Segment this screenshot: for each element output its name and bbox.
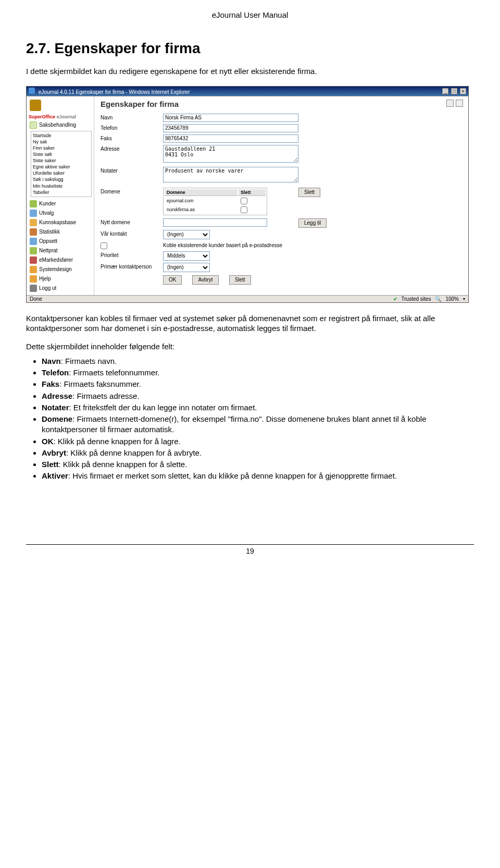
sidebar-sub-item[interactable]: Egne aktive saker: [33, 164, 90, 170]
ie-icon: [29, 88, 35, 94]
slett-checkbox[interactable]: [241, 198, 247, 204]
post-screenshot-paragraph: Kontaktpersoner kan kobles til firmaer v…: [26, 313, 474, 334]
sidebar-submenu: StartsideNy sakFinn sakerSiste søkSiste …: [31, 131, 92, 197]
list-item: Aktiver: Hvis firmaet er merket som slet…: [42, 471, 474, 481]
sidebar-item[interactable]: Systemdesign: [29, 265, 94, 274]
sidebar-label: Hjelp: [39, 276, 51, 282]
field-name: Notater: [42, 403, 69, 412]
navn-input[interactable]: [163, 114, 298, 122]
owl-icon: [30, 100, 41, 111]
sidebar-sub-item[interactable]: Tabeller: [33, 189, 90, 195]
slett-button[interactable]: Slett: [298, 188, 320, 197]
sidebar-item[interactable]: eMarkedsfører: [29, 255, 94, 265]
sidebar-item-saksbehandling[interactable]: Saksbehandling: [29, 120, 94, 130]
faks-input[interactable]: [163, 135, 298, 143]
field-name: Faks: [42, 380, 59, 388]
adresse-label: Adresse: [101, 145, 163, 152]
list-item: Notater: Et fritekstfelt der du kan legg…: [42, 402, 474, 413]
telefon-input[interactable]: [163, 124, 298, 132]
sidebar-sub-item[interactable]: Siste søk: [33, 151, 90, 157]
sidebar-label: Kunnskapsbase: [39, 219, 76, 225]
status-zoom: 100%: [445, 296, 459, 302]
domene-table: Domene Slett ejournal.com norskfirma.as: [163, 188, 267, 215]
slett-button-bottom[interactable]: Slett: [229, 275, 251, 285]
sidebar-sub-item[interactable]: Min huskeliste: [33, 183, 90, 189]
nytt-domene-input[interactable]: [163, 218, 267, 227]
maximize-icon[interactable]: □: [451, 88, 457, 94]
sidebar-label: eMarkedsfører: [39, 257, 73, 263]
list-item: Domene: Firmaets Internett-domene(r), fo…: [42, 414, 474, 435]
sidebar-item[interactable]: Utvalg: [29, 209, 94, 218]
sidebar-label: Nettprat: [39, 248, 58, 253]
page-title: Egenskaper for firma: [101, 100, 462, 108]
domene-cell: norskfirma.as: [165, 206, 238, 214]
sidebar-item[interactable]: Oppsett: [29, 237, 94, 246]
table-row: ejournal.com: [165, 197, 266, 205]
folder-icon: [30, 238, 37, 245]
brand-superoffice: SuperOffice: [29, 114, 55, 119]
ok-button[interactable]: OK: [163, 275, 182, 285]
vaar-kontakt-select[interactable]: (Ingen): [163, 230, 210, 239]
sidebar-sub-item[interactable]: Startside: [33, 132, 90, 139]
list-item: Faks: Firmaets faksnummer.: [42, 379, 474, 389]
sidebar-sub-item[interactable]: Ufordelte saker: [33, 170, 90, 176]
content-panel: Egenskaper for firma Navn Telefon Faks A…: [94, 96, 468, 295]
adresse-input[interactable]: [163, 145, 298, 163]
toolbar-icons: [446, 100, 463, 107]
sidebar-item[interactable]: Nettprat: [29, 246, 94, 255]
sidebar-label: Oppsett: [39, 238, 57, 244]
koble-label: Koble eksisterende kunder basert på e-po…: [163, 241, 282, 248]
sidebar-sub-item[interactable]: Ny sak: [33, 139, 90, 145]
telefon-label: Telefon: [101, 124, 163, 131]
table-row: norskfirma.as: [165, 206, 266, 214]
sidebar-label: Saksbehandling: [39, 122, 76, 128]
section-heading: 2.7. Egenskaper for firma: [26, 40, 474, 57]
field-name: Avbryt: [42, 448, 66, 457]
status-bar: Done ✔ Trusted sites 🔍 100% ▾: [27, 295, 468, 302]
sidebar-sub-item[interactable]: Siste saker: [33, 157, 90, 164]
sidebar-item[interactable]: Kunder: [29, 199, 94, 209]
legg-til-button[interactable]: Legg til: [298, 218, 327, 228]
search-icon[interactable]: [456, 100, 463, 107]
folder-icon: [30, 275, 37, 283]
notater-input[interactable]: [163, 167, 298, 182]
field-name: Adresse: [42, 392, 72, 400]
list-item: Navn: Firmaets navn.: [42, 356, 474, 366]
navn-label: Navn: [101, 114, 163, 120]
sidebar-item[interactable]: Statistikk: [29, 227, 94, 237]
slett-checkbox[interactable]: [241, 206, 247, 213]
sidebar-sub-item[interactable]: Søk i sakslogg: [33, 176, 90, 182]
list-item: Slett: Klikk på denne knappen for å slet…: [42, 459, 474, 470]
folder-icon: [30, 266, 37, 273]
primaer-select[interactable]: (Ingen): [163, 263, 210, 272]
manual-header: eJournal User Manual: [26, 10, 474, 19]
window-controls[interactable]: _ □ ×: [441, 88, 466, 94]
minimize-icon[interactable]: _: [442, 88, 448, 94]
sidebar-item[interactable]: Hjelp: [29, 274, 94, 284]
domene-th-name: Domene: [165, 189, 238, 196]
sidebar-sub-item[interactable]: Finn saker: [33, 145, 90, 151]
koble-cb-cell: [101, 241, 163, 249]
vaar-kontakt-label: Vår kontakt: [101, 230, 163, 237]
field-name: Domene: [42, 414, 72, 423]
close-icon[interactable]: ×: [460, 88, 466, 94]
folder-icon: [30, 219, 37, 226]
prioritet-select[interactable]: Middels: [163, 251, 210, 261]
sidebar-label: Logg ut: [39, 285, 56, 291]
avbryt-button[interactable]: Avbryt: [192, 275, 218, 285]
sidebar-item[interactable]: Kunnskapsbase: [29, 218, 94, 227]
folder-icon: [30, 285, 37, 292]
list-item: Adresse: Firmaets adresse.: [42, 391, 474, 401]
koble-checkbox[interactable]: [101, 242, 107, 249]
list-item: OK: Klikk på denne knappen for å lagre.: [42, 436, 474, 447]
zoom-icon: 🔍: [435, 296, 441, 302]
domene-th-slett: Slett: [239, 189, 266, 196]
sidebar-item[interactable]: Logg ut: [29, 284, 94, 293]
chevron-down-icon: ▾: [463, 297, 465, 301]
field-name: Slett: [42, 460, 59, 469]
print-icon[interactable]: [446, 100, 454, 107]
fields-intro: Dette skjermbildet inneholder følgende f…: [26, 342, 474, 351]
sidebar-label: Statistikk: [39, 229, 60, 235]
field-list: Navn: Firmaets navn.Telefon: Firmaets te…: [42, 356, 474, 482]
folder-icon: [30, 247, 37, 254]
